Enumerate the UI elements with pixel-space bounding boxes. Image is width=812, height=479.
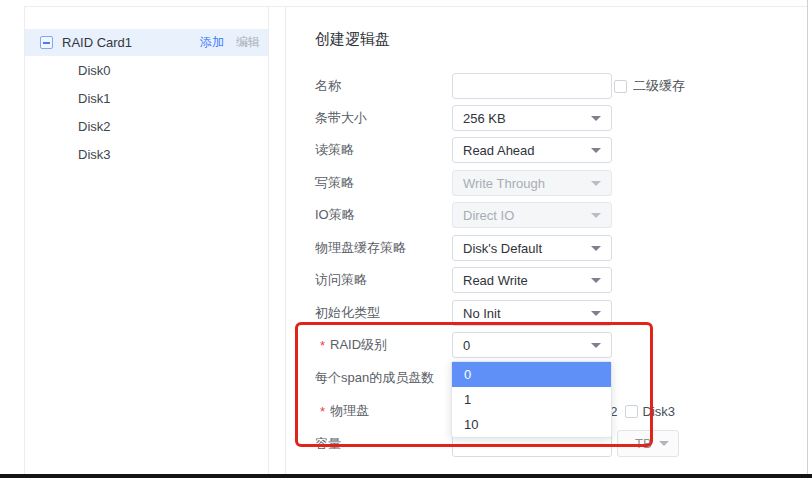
main-panel-left-border [285,7,286,474]
access-policy-value: Read Write [463,273,528,288]
physical-disk-option-disk3[interactable]: Disk3 [625,404,676,419]
raid-level-dropdown: 0 1 10 [451,361,612,438]
read-policy-value: Read Ahead [463,143,535,158]
raid-level-option-0[interactable]: 0 [452,362,611,387]
physical-disks-label: * 物理盘 [320,398,369,424]
capacity-unit-value: TB [635,436,652,451]
init-type-label: 初始化类型 [315,300,380,326]
io-policy-select: Direct IO [452,202,612,228]
tree-node-label: Disk3 [78,147,111,162]
io-policy-label: IO策略 [315,202,355,228]
tree-node-label: RAID Card1 [62,35,132,50]
pd-cache-policy-value: Disk's Default [463,241,542,256]
required-asterisk: * [320,404,325,419]
add-link[interactable]: 添加 [200,34,224,51]
span-members-label: 每个span的成员盘数 [315,365,434,391]
page-title: 创建逻辑盘 [315,30,390,49]
tree-node-disk0[interactable]: Disk0 [78,56,228,84]
tree-node-disk2[interactable]: Disk2 [78,112,228,140]
create-logical-disk-page: RAID Card1 添加 编辑 Disk0 Disk1 Disk2 Disk3… [0,0,812,479]
tree-node-label: Disk1 [78,91,111,106]
write-policy-select: Write Through [452,170,612,196]
frame-left-border [24,6,25,474]
write-policy-value: Write Through [463,176,545,191]
chevron-down-icon [591,278,601,283]
chevron-down-icon [591,213,601,218]
raid-level-value: 0 [463,338,470,353]
read-policy-select[interactable]: Read Ahead [452,137,612,163]
collapse-minus-icon[interactable] [40,36,53,49]
io-policy-value: Direct IO [463,208,514,223]
chevron-down-icon [591,181,601,186]
chevron-down-icon [591,116,601,121]
tree-actions: 添加 编辑 [200,34,268,51]
physical-disks-label-text: 物理盘 [330,402,369,420]
name-input[interactable] [452,73,612,99]
window-bottom-edge [0,474,812,478]
raid-level-option-1[interactable]: 1 [452,387,611,412]
init-type-select[interactable]: No Init [452,300,612,326]
secondary-cache-checkbox[interactable] [614,80,627,93]
edit-link[interactable]: 编辑 [236,34,260,51]
secondary-cache-label: 二级缓存 [633,73,685,99]
tree-node-label: Disk2 [78,119,111,134]
capacity-unit-select[interactable]: TB [617,430,679,457]
access-policy-label: 访问策略 [315,267,367,293]
chevron-down-icon [591,311,601,316]
frame-top-border [24,6,807,7]
required-asterisk: * [320,338,325,353]
raid-level-label: * RAID级别 [320,332,387,358]
read-policy-label: 读策略 [315,137,354,163]
raid-level-option-10[interactable]: 10 [452,412,611,437]
write-policy-label: 写策略 [315,170,354,196]
chevron-down-icon [591,246,601,251]
access-policy-select[interactable]: Read Write [452,267,612,293]
tree-node-disk3[interactable]: Disk3 [78,140,228,168]
disk3-checkbox-label: Disk3 [643,404,676,419]
raid-level-label-text: RAID级别 [330,336,387,354]
init-type-value: No Init [463,306,501,321]
tree-node-raid-card[interactable]: RAID Card1 添加 编辑 [25,29,268,56]
pd-cache-policy-select[interactable]: Disk's Default [452,235,612,261]
tree-node-label: Disk0 [78,63,111,78]
chevron-down-icon [591,148,601,153]
sidebar-divider [268,7,269,474]
pd-cache-policy-label: 物理盘缓存策略 [315,235,406,261]
raid-level-select[interactable]: 0 [452,332,612,358]
frame-right-border [807,0,808,474]
stripe-size-value: 256 KB [463,111,506,126]
name-label: 名称 [315,73,341,99]
disk3-checkbox[interactable] [625,405,638,418]
tree-node-disk1[interactable]: Disk1 [78,84,228,112]
capacity-label: 容量 [315,431,341,457]
stripe-size-label: 条带大小 [315,105,367,131]
chevron-down-icon [591,343,601,348]
stripe-size-select[interactable]: 256 KB [452,105,612,131]
chevron-down-icon [659,441,669,446]
